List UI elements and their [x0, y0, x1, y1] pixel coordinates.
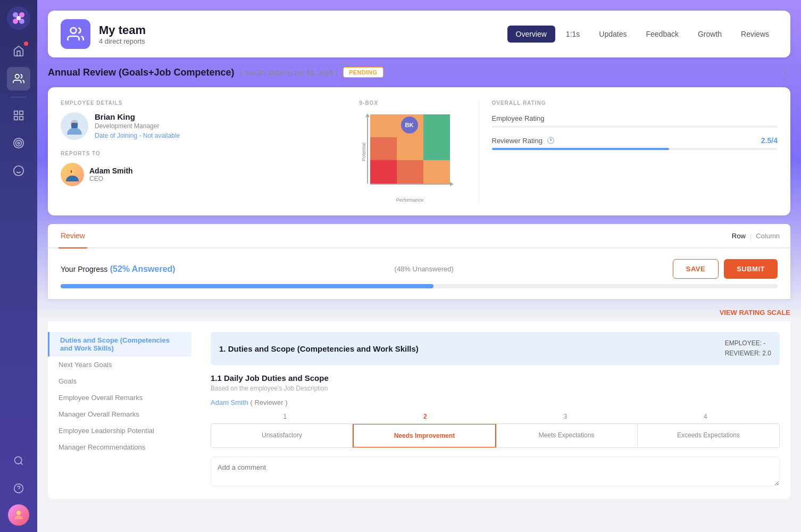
tab-feedback[interactable]: Feedback: [637, 26, 687, 43]
rating-option-1[interactable]: Unsatisfactory: [211, 424, 353, 447]
section-header: 1. Duties and Scope (Competencies and Wo…: [211, 332, 780, 365]
left-nav: Duties and Scope (Competencies and Work …: [48, 321, 191, 499]
rating-num-3: 3: [495, 413, 636, 420]
view-column-label[interactable]: Column: [756, 232, 780, 240]
progress-actions: SAVE SUBMIT: [673, 259, 778, 279]
sidebar-bottom: [7, 449, 30, 526]
left-nav-item-next-goals[interactable]: Next Years Goals: [48, 356, 191, 373]
user-avatar[interactable]: [8, 504, 29, 526]
bottom-section: Duties and Scope (Competencies and Work …: [48, 321, 790, 499]
svg-point-21: [71, 28, 77, 34]
review-title: Annual Review (Goals+Job Competence): [48, 67, 235, 78]
employee-info: Brian King Development Manager Date of J…: [61, 112, 347, 140]
sidebar-item-search[interactable]: [7, 449, 30, 472]
sidebar-item-wellness[interactable]: [7, 159, 30, 182]
svg-point-12: [16, 140, 22, 146]
svg-rect-7: [14, 111, 18, 114]
overall-rating-label: OVERALL RATING: [492, 100, 778, 106]
annual-review-card: EMPLOYEE DETAILS: [48, 87, 790, 215]
overall-rating-section: OVERALL RATING Employee Rating Reviewer …: [479, 100, 778, 203]
submit-button[interactable]: SUBMIT: [724, 259, 778, 279]
review-date: ( Jun 30, 2018 to Jan 01, 2018 ): [240, 69, 338, 77]
progress-bar-fill: [61, 284, 433, 288]
left-nav-item-goals[interactable]: Goals: [48, 373, 191, 389]
rating-option-2[interactable]: Needs Improvement: [353, 423, 496, 448]
left-nav-item-manager-remarks[interactable]: Manager Overall Remarks: [48, 406, 191, 422]
svg-rect-26: [72, 123, 73, 125]
sidebar-item-help[interactable]: [7, 477, 30, 500]
employee-section: EMPLOYEE DETAILS: [61, 100, 347, 203]
left-nav-item-duties[interactable]: Duties and Scope (Competencies and Work …: [48, 332, 191, 356]
view-rating-scale-link[interactable]: VIEW RATING SCALE: [720, 309, 790, 317]
svg-point-16: [15, 457, 22, 464]
annual-card-inner: EMPLOYEE DETAILS: [61, 100, 778, 203]
header-nav-tabs: Overview 1:1s Updates Feedback Growth Re…: [507, 26, 778, 43]
subsection-number: 1.1: [211, 373, 222, 383]
manager-name: Adam Smith: [89, 167, 133, 175]
reviewer-score-label: REVIEWER:: [725, 350, 761, 357]
employee-rating-label: Employee Rating: [492, 114, 778, 122]
team-title: My team 4 direct reports: [99, 23, 146, 45]
employee-name: Brian King: [95, 112, 180, 121]
left-nav-item-employee-remarks[interactable]: Employee Overall Remarks: [48, 389, 191, 406]
reviewer-rating-bar-fill: [492, 148, 669, 150]
main-area: My team 4 direct reports Overview 1:1s U…: [37, 0, 801, 532]
sidebar-item-goals[interactable]: [7, 131, 30, 155]
more-options-icon[interactable]: ⋮: [780, 66, 790, 79]
reviewer-rating-label: Reviewer Rating: [492, 137, 543, 145]
rating-options: Unsatisfactory Needs Improvement Meets E…: [211, 423, 780, 448]
left-nav-item-recommendations[interactable]: Manager Recommendations: [48, 439, 191, 455]
tab-growth[interactable]: Growth: [689, 26, 730, 43]
sidebar-item-analytics[interactable]: [7, 104, 30, 127]
svg-point-28: [69, 169, 76, 175]
view-toggle: Row | Column: [732, 232, 780, 240]
sidebar-item-home[interactable]: [7, 39, 30, 63]
subsection-title: 1.1 Daily Job Duties and Scope: [211, 373, 780, 383]
ninebox-label: 9-BOX: [360, 100, 466, 106]
tab-updates[interactable]: Updates: [590, 26, 635, 43]
tab-overview[interactable]: Overview: [507, 26, 555, 43]
ninebox-y-axis: Potential: [361, 143, 366, 161]
reviewer-score-row: REVIEWER: 2.0: [725, 348, 771, 359]
employee-joining: Date of Joining - Not available: [95, 132, 180, 139]
svg-rect-8: [20, 111, 23, 114]
rating-num-1: 1: [215, 413, 355, 420]
reviewer-rating-bar-bg: [492, 148, 778, 150]
svg-rect-29: [71, 170, 72, 173]
svg-point-13: [18, 142, 20, 144]
svg-point-5: [16, 16, 21, 20]
team-name: My team: [99, 23, 146, 37]
subsection: 1.1 Daily Job Duties and Scope Based on …: [211, 373, 780, 488]
sidebar-divider: [11, 97, 27, 97]
progress-text: Your Progress (52% Answered): [61, 264, 176, 274]
progress-answered: (52% Answered): [110, 264, 176, 273]
reviewer-full-name: Adam Smith: [211, 398, 248, 406]
subsection-title-text: Daily Job Duties and Scope: [224, 373, 329, 383]
svg-point-6: [15, 74, 19, 78]
progress-unanswered: (48% Unanswered): [395, 265, 454, 273]
manager-title: CEO: [89, 175, 133, 182]
reviewer-score-value: 2.0: [762, 350, 771, 357]
sidebar-item-team[interactable]: [7, 67, 30, 90]
left-nav-item-leadership[interactable]: Employee Leadership Potential: [48, 422, 191, 439]
rating-num-4: 4: [636, 413, 776, 420]
comment-input[interactable]: [211, 456, 780, 486]
review-tabs-bar: Review Row | Column: [48, 224, 790, 248]
view-row-label[interactable]: Row: [732, 232, 746, 240]
rating-option-4[interactable]: Exceeds Expectations: [638, 424, 779, 447]
rating-scale-numbers: 1 2 3 4: [211, 413, 780, 420]
review-tab-review[interactable]: Review: [59, 224, 87, 248]
reports-info: Adam Smith CEO: [61, 163, 347, 186]
reports-to-label: REPORTS TO: [61, 151, 347, 156]
progress-label: Your Progress: [61, 265, 107, 273]
logo: [7, 6, 30, 30]
team-icon-box: [61, 19, 90, 49]
reviewer-info-icon: 🕐: [547, 137, 555, 144]
rating-option-3[interactable]: Meets Expectations: [496, 424, 638, 447]
save-button[interactable]: SAVE: [673, 259, 719, 279]
right-content: 1. Duties and Scope (Competencies and Wo…: [200, 321, 790, 499]
svg-rect-9: [20, 117, 23, 120]
employee-role: Development Manager: [95, 122, 180, 130]
tab-1on1s[interactable]: 1:1s: [557, 26, 588, 43]
tab-reviews[interactable]: Reviews: [732, 26, 778, 43]
